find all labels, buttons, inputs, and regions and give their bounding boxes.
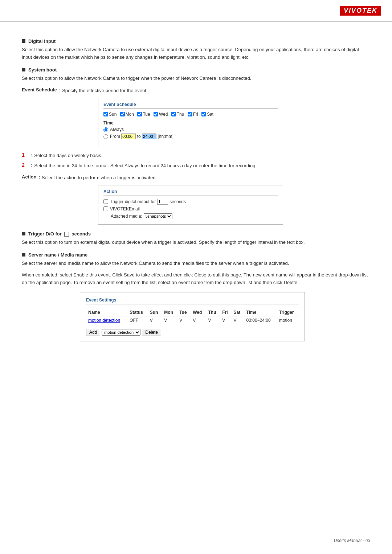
numbered-item-2: 2 : Select the time in 24-hr time format… (22, 162, 370, 169)
from-radio-row: From to [hh:mm] (103, 134, 278, 139)
email-checkbox[interactable] (103, 206, 108, 211)
wed-checkbox-label[interactable]: Wed (154, 112, 168, 117)
add-button[interactable]: Add (86, 329, 100, 336)
th-name: Name (86, 309, 127, 316)
td-sun-val: V (148, 316, 162, 325)
bullet-icon (22, 39, 25, 43)
num-2-text: Select the time in 24-hr time format. Se… (34, 162, 257, 169)
to-label: to (137, 134, 141, 139)
mon-checkbox[interactable] (120, 112, 125, 116)
vivotek-logo: VIVOTEK (340, 6, 381, 16)
action-desc: Select the action to perform when a trig… (42, 174, 157, 181)
trigger-do-row: Trigger digital output for seconds (103, 199, 278, 205)
email-label: VIVOTEKEmail (110, 206, 140, 212)
td-status: OFF (127, 316, 148, 325)
th-time: Time (244, 309, 277, 316)
action-label: Action (22, 174, 36, 180)
th-mon: Mon (162, 309, 177, 316)
system-boot-heading: System boot (22, 67, 370, 73)
days-row: Sun Mon Tue Wed Thu Fri Sat (103, 112, 278, 118)
event-dropdown[interactable]: motion detection (102, 329, 140, 336)
colon-num-2: : (30, 162, 32, 168)
action-box: Action Trigger digital output for second… (98, 185, 283, 225)
bullet-icon-2 (22, 68, 25, 71)
media-label: Attached media: (111, 214, 142, 219)
action-box-title: Action (103, 189, 278, 196)
server-media-heading: Server name / Media name (22, 252, 370, 258)
event-schedule-desc: Specify the effective period for the eve… (62, 87, 147, 94)
footer-text: User's Manual - 63 (334, 538, 370, 543)
colon-action: : (38, 174, 40, 180)
trigger-do-title: Trigger D/O for seconds (28, 231, 91, 237)
numbered-item-1: 1 : Select the days on weekly basis. (22, 152, 370, 159)
th-fri: Fri (220, 309, 231, 316)
digital-input-body: Select this option to allow the Network … (22, 46, 370, 61)
th-wed: Wed (191, 309, 206, 316)
num-2: 2 (22, 162, 28, 168)
fri-checkbox[interactable] (188, 112, 192, 116)
from-label: From (110, 134, 120, 139)
event-schedule-label: Event Schedule (22, 87, 57, 93)
mon-checkbox-label[interactable]: Mon (120, 112, 134, 117)
td-tue-val: V (177, 316, 191, 325)
event-schedule-box: Event Schedule Sun Mon Tue Wed Thu Fri S… (98, 98, 283, 147)
td-name: motion detection (86, 316, 127, 325)
td-thu-val: V (206, 316, 220, 325)
colon-num-1: : (30, 152, 32, 157)
table-header-row: Name Status Sun Mon Tue Wed Thu Fri Sat … (86, 309, 299, 316)
page-footer: User's Manual - 63 (334, 538, 370, 543)
time-unit: [hh:mm] (158, 134, 173, 139)
tue-checkbox[interactable] (137, 112, 142, 116)
wed-checkbox[interactable] (154, 112, 158, 116)
td-trigger-val: motion (277, 316, 299, 325)
th-thu: Thu (206, 309, 220, 316)
trigger-seconds-input[interactable] (157, 199, 168, 205)
email-row: VIVOTEKEmail (103, 206, 278, 212)
digital-input-heading: Digital input (22, 38, 370, 44)
to-time-input[interactable] (142, 134, 156, 139)
th-trigger: Trigger (277, 309, 299, 316)
from-radio[interactable] (103, 134, 108, 139)
thu-checkbox[interactable] (171, 112, 176, 116)
conclusion-body: When completed, select Enable this event… (22, 271, 370, 287)
always-radio[interactable] (103, 127, 108, 132)
delete-button[interactable]: Delete (142, 329, 161, 336)
fri-checkbox-label[interactable]: Fri (188, 112, 198, 117)
trigger-do-label: Trigger digital output for (110, 199, 156, 204)
trigger-do-heading: Trigger D/O for seconds (22, 231, 370, 237)
system-boot-body: Select this option to allow the Network … (22, 75, 370, 82)
system-boot-title: System boot (28, 67, 57, 73)
thu-checkbox-label[interactable]: Thu (171, 112, 184, 117)
event-settings-box: Event Settings Name Status Sun Mon Tue W… (80, 292, 305, 341)
time-section: Time Always From to [hh:mm] (103, 120, 278, 139)
td-time-val: 00:00~24:00 (244, 316, 277, 325)
action-line: Action : Select the action to perform wh… (22, 174, 370, 181)
event-schedule-line: Event Schedule : Specify the effective p… (22, 87, 370, 94)
time-label: Time (103, 120, 278, 126)
media-dropdown[interactable]: 5snapshots (144, 213, 172, 219)
event-table: Name Status Sun Mon Tue Wed Thu Fri Sat … (86, 309, 299, 324)
sat-checkbox-label[interactable]: Sat (201, 112, 213, 117)
bullet-icon-3 (22, 232, 25, 235)
bullet-icon-4 (22, 253, 25, 257)
trigger-seconds-unit: seconds (170, 199, 186, 204)
from-time-input[interactable] (121, 134, 136, 139)
server-media-body: Select the server and media name to allo… (22, 260, 370, 267)
td-mon-val: V (162, 316, 177, 325)
trigger-do-body: Select this option to turn on external d… (22, 239, 370, 246)
server-media-title: Server name / Media name (28, 252, 87, 258)
td-wed-val: V (191, 316, 206, 325)
trigger-do-checkbox[interactable] (103, 199, 108, 204)
sat-checkbox[interactable] (201, 112, 206, 116)
th-status: Status (127, 309, 148, 316)
always-label: Always (110, 127, 124, 132)
motion-detection-link[interactable]: motion detection (88, 318, 120, 323)
sun-checkbox[interactable] (103, 112, 108, 116)
event-settings-title: Event Settings (86, 297, 299, 304)
num-1-text: Select the days on weekly basis. (34, 152, 102, 159)
tue-checkbox-label[interactable]: Tue (137, 112, 150, 117)
th-sun: Sun (148, 309, 162, 316)
td-sat-val: V (232, 316, 244, 325)
sun-checkbox-label[interactable]: Sun (103, 112, 117, 117)
add-row: Add motion detection Delete (86, 329, 299, 336)
